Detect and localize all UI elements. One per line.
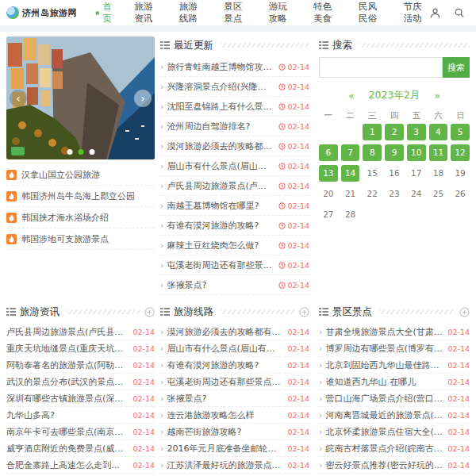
article-link[interactable]: › 眉山市有什么景点(眉山有些什么景点) 02-14 — [160, 156, 309, 176]
calendar-day[interactable]: 7 — [341, 144, 360, 161]
article-link[interactable]: › 南越王墓博物馆在哪里? 02-14 — [160, 196, 309, 216]
article-link[interactable]: 卢氏县周边旅游景点(卢氏县旅游景点大全景... 02-14 — [6, 324, 155, 340]
article-link[interactable]: › 密云好景点推荐(密云好玩的景点) 02-14 — [319, 457, 470, 474]
article-link[interactable]: 武汉的景点分布(武汉的景点介绍) 02-14 — [6, 374, 155, 390]
calendar-day[interactable]: 22 — [363, 186, 382, 202]
article-link[interactable]: › 沈阳至盘锦路上有什么景点(沈阳至盘锦路上... 02-14 — [160, 97, 309, 117]
chevron-right-icon: › — [319, 393, 322, 404]
article-link[interactable]: 威亨酒店附近的免费景点(威亨酒店附近美食) 02-14 — [6, 440, 155, 457]
article-link[interactable]: › 兴隆溶洞景点介绍(兴隆县溶洞位置在哪儿) 02-14 — [160, 77, 309, 97]
calendar-day[interactable]: 19 — [451, 165, 470, 182]
calendar-day[interactable]: 3 — [407, 124, 426, 140]
hot-article-item[interactable]: 韩国济州岛牛岛海上郡立公园 — [6, 186, 155, 207]
article-link[interactable]: › 连云港旅游攻略怎么样 02-14 — [160, 407, 309, 424]
article-link[interactable]: › 麻辣土豆红烧肉怎么做? 02-14 — [160, 236, 309, 255]
calendar-day[interactable]: 24 — [407, 186, 426, 202]
calendar-day[interactable]: 20 — [319, 186, 338, 202]
search-section-header: 搜索 — [319, 36, 470, 54]
carousel-dot[interactable] — [78, 149, 83, 155]
article-link[interactable]: 九华山多高? 02-14 — [6, 407, 155, 424]
search-submit-button[interactable]: 搜索 — [443, 57, 470, 78]
calendar-day[interactable] — [319, 124, 338, 140]
article-link[interactable]: 深圳有哪些古镇旅游景点(深圳有哪些古镇旅... 02-14 — [6, 390, 155, 407]
calendar-day[interactable]: 10 — [407, 144, 426, 161]
article-link[interactable]: › 甘肃全境旅游景点大全(甘肃省内旅游景点大... 02-14 — [319, 324, 470, 340]
hot-article-item[interactable]: 汉拿山国立公园旅游 — [6, 164, 155, 186]
article-link[interactable]: › 漠河旅游必须去的攻略都有啥景点 02-14 — [160, 136, 309, 156]
article-link[interactable]: › 营口山海广场景点介绍(营口山海广场景点介... 02-14 — [319, 390, 470, 407]
menu-item[interactable]: 民风民俗 — [359, 1, 385, 25]
calendar-day[interactable]: 26 — [451, 186, 470, 202]
menu-item[interactable]: 游玩攻略 — [269, 1, 295, 25]
article-link[interactable]: › 北京到固始西九华山最佳路线? 02-14 — [319, 357, 470, 374]
article-link[interactable]: › 有谁有漠河旅游的攻略? 02-14 — [160, 216, 309, 236]
article-link[interactable]: › 河南离晋城最近的旅游景点(晋城有哪些旅游... 02-14 — [319, 407, 470, 424]
article-link[interactable]: › 越南芒街旅游攻略? 02-14 — [160, 424, 309, 440]
calendar-day[interactable]: 25 — [429, 186, 448, 202]
menu-item[interactable]: 旅游线路 — [179, 1, 205, 25]
article-link[interactable]: › 张掖景点? 02-14 — [160, 390, 309, 407]
calendar-day[interactable]: 5 — [451, 124, 470, 140]
article-link[interactable]: 重庆天坑地缝景点(重庆天坑地缝景点的英文... 02-14 — [6, 340, 155, 357]
article-link[interactable]: › 2016年元月底准备坐邮轮旅游，有攻略吗 02-14 — [160, 440, 309, 457]
calendar-day[interactable]: 9 — [385, 144, 404, 161]
calendar-day[interactable]: 11 — [429, 144, 448, 161]
calendar-prev-button[interactable]: « — [348, 90, 354, 102]
search-input[interactable] — [319, 57, 443, 78]
calendar-day[interactable]: 6 — [319, 144, 338, 161]
article-link[interactable]: › 北京怀柔旅游景点住宿大全(北京怀柔旅游地... 02-14 — [319, 424, 470, 440]
article-link[interactable]: › 卢氏县周边旅游景点(卢氏县旅游景点大全景... 02-14 — [160, 176, 309, 196]
article-link[interactable]: › 眉山市有什么景点(眉山有些什么景点) 02-14 — [160, 340, 309, 357]
calendar-day[interactable]: 16 — [385, 165, 404, 182]
calendar-day[interactable]: 15 — [363, 165, 382, 182]
carousel-next-button[interactable]: › — [134, 90, 152, 107]
calendar-day[interactable]: 18 — [429, 165, 448, 182]
user-icon[interactable] — [429, 7, 441, 19]
calendar-day[interactable]: 14 — [341, 165, 360, 182]
article-link[interactable]: › 旅行青蛙南越王博物馆攻略? 02-14 — [160, 57, 309, 77]
article-link[interactable]: › 张掖景点? 02-14 — [160, 275, 309, 295]
calendar-day[interactable]: 2 — [385, 124, 404, 140]
article-link[interactable]: 合肥金寨路上高速怎么走到九华山?到国轴九... 02-14 — [6, 457, 155, 474]
article-link[interactable]: › 皖南古村落景点介绍(皖南古村落景区) 02-14 — [319, 440, 470, 457]
carousel-dot[interactable] — [89, 149, 94, 155]
article-link[interactable]: › 沧州周边自驾游排名? 02-14 — [160, 117, 309, 136]
calendar-next-button[interactable]: » — [434, 90, 440, 102]
hot-icon — [6, 191, 17, 202]
calendar-day[interactable]: 4 — [429, 124, 448, 140]
article-link[interactable]: › 谁知道西九华山 在哪儿 02-14 — [319, 374, 470, 390]
calendar-day[interactable]: 28 — [341, 206, 360, 223]
menu-item[interactable]: 旅游资讯 — [134, 1, 160, 25]
calendar-day[interactable]: 12 — [451, 144, 470, 161]
article-link[interactable]: › 博罗周边有哪些景点(博罗有什么好景点) 02-14 — [319, 340, 470, 357]
article-link[interactable]: › 漠河旅游必须去的攻略都有啥景点 02-14 — [160, 324, 309, 340]
calendar-day[interactable]: 1 — [363, 124, 382, 140]
carousel-prev-button[interactable]: ‹ — [10, 90, 27, 107]
hot-article-item[interactable]: 韩国涉地可支旅游景点 — [6, 228, 155, 250]
menu-item[interactable]: 景区景点 — [224, 1, 250, 25]
article-link[interactable]: › 屯溪老街周边还有那些景点(屯溪老街景点有... 02-14 — [160, 255, 309, 275]
search-icon[interactable] — [454, 7, 465, 18]
article-link[interactable]: › 有谁有漠河旅游的攻略? 02-14 — [160, 357, 309, 374]
calendar-day[interactable]: 23 — [385, 186, 404, 202]
more-icon[interactable] — [299, 307, 309, 317]
more-icon[interactable] — [459, 307, 470, 317]
calendar-day[interactable]: 21 — [341, 186, 360, 202]
site-logo[interactable]: 济州岛旅游网 — [6, 6, 77, 19]
calendar-day[interactable]: 13 — [319, 165, 338, 182]
calendar-day[interactable]: 17 — [407, 165, 426, 182]
menu-item[interactable]: 节庆活动 — [403, 1, 429, 25]
calendar-day[interactable] — [341, 124, 360, 140]
carousel-dot[interactable] — [67, 149, 72, 155]
hero-carousel[interactable]: ‹ › — [6, 36, 155, 159]
more-icon[interactable] — [144, 307, 155, 317]
hot-article-item[interactable]: 韩国挟才海水浴场介绍 — [6, 207, 155, 228]
calendar-day[interactable]: 8 — [363, 144, 382, 161]
article-link[interactable]: › 屯溪老街周边还有那些景点(屯溪老街景点有... 02-14 — [160, 374, 309, 390]
menu-item[interactable]: 特色美食 — [313, 1, 340, 25]
menu-item[interactable]: 首页 — [94, 1, 115, 25]
calendar-day[interactable]: 27 — [319, 206, 338, 223]
article-link[interactable]: 南京年卡可去哪些景点(南京年卡可以去的景... 02-14 — [6, 424, 155, 440]
article-link[interactable]: 阿勒泰著名的旅游景点(阿勒泰著名的旅游景... 02-14 — [6, 357, 155, 374]
article-link[interactable]: › 江苏洪泽最好玩的旅游景点有哪些，洪泽旅... 02-14 — [160, 457, 309, 474]
